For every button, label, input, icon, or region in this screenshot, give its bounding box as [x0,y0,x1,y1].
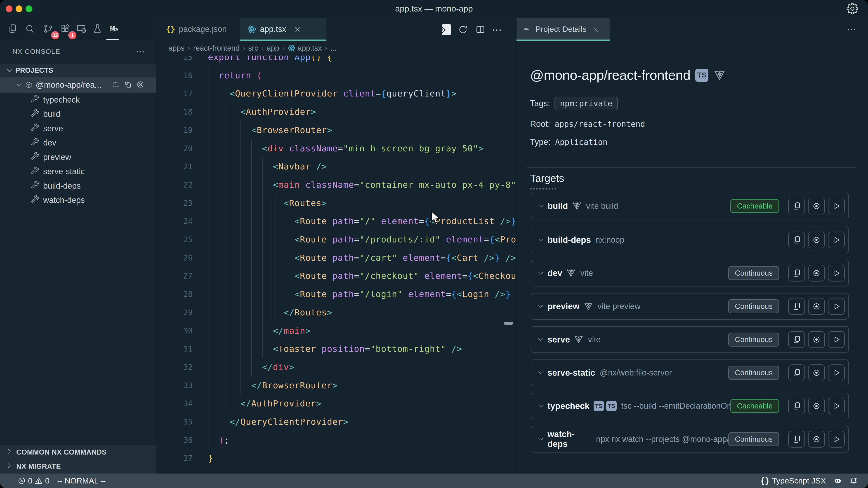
tab-package-json[interactable]: {} package.json [159,18,238,41]
code-line[interactable]: return ( [208,66,516,85]
view-button[interactable] [808,398,825,414]
view-button[interactable] [808,265,825,282]
code-editor[interactable]: 1516171819202122232425262728293031323334… [156,56,516,474]
chevron-down-icon[interactable] [537,336,544,343]
copilot-icon[interactable] [834,477,842,485]
copy-button[interactable] [788,265,805,282]
code-line[interactable]: </div> [208,358,516,377]
sidebar-item-watch-deps[interactable]: watch-deps [0,193,156,207]
copy-button[interactable] [788,331,805,348]
chevron-down-icon[interactable] [537,202,544,210]
run-button[interactable] [828,364,845,381]
code-line[interactable]: <BrowserRouter> [208,121,516,139]
code-line[interactable]: ); [208,431,516,449]
open-editors-action-icon[interactable]: ⚙ [440,23,453,36]
activity-item-source-control[interactable]: 32 [41,22,56,37]
language-mode[interactable]: {} TypeScript JSX [760,476,826,485]
chevron-down-icon[interactable] [537,269,544,277]
code-line[interactable]: <Route path="/login" element={<Login />}… [208,285,516,303]
sidebar-item-build[interactable]: build [0,107,156,121]
code-line[interactable]: </AuthProvider> [208,394,516,413]
section-nx-migrate[interactable]: NX MIGRATE [0,459,156,474]
code-line[interactable]: } [208,449,516,467]
notifications-bell-icon[interactable] [849,477,858,485]
activity-item-files[interactable] [5,22,20,37]
chevron-down-icon[interactable] [537,402,544,410]
code-line[interactable]: <Toaster position="bottom-right" /> [208,340,516,358]
chevron-down-icon[interactable] [537,435,544,443]
chevron-down-icon[interactable] [537,236,544,243]
tab-project-details[interactable]: Project Details [517,18,610,41]
chevron-down-icon[interactable] [537,303,544,310]
breadcrumb-segment[interactable]: app.tsx [298,44,322,53]
code-line[interactable]: </BrowserRouter> [208,377,516,395]
more-editor-actions-icon[interactable]: ⋯ [490,23,504,36]
code-line[interactable]: </main> [208,322,516,340]
copy-button[interactable] [788,364,805,381]
activity-item-remote-explorer[interactable] [74,22,89,37]
code-line[interactable]: <Routes> [208,194,516,213]
code-line[interactable]: <Route path="/checkout" element={<Checko… [208,267,516,285]
view-button[interactable] [808,431,825,448]
sidebar-item-typecheck[interactable]: typecheck [0,93,156,107]
run-button[interactable] [828,298,845,315]
panel-more-actions-icon[interactable]: ⋯ [846,24,857,35]
code-line[interactable]: <AuthProvider> [208,103,516,121]
code-line[interactable]: <QueryClientProvider client={queryClient… [208,85,516,103]
chevron-down-icon[interactable] [537,369,544,377]
refresh-icon[interactable] [456,23,470,36]
copy-button[interactable] [788,298,805,315]
sidebar-item-preview[interactable]: preview [0,150,156,164]
sidebar-item-build-deps[interactable]: build-deps [0,179,156,193]
activity-item-search[interactable] [22,22,37,37]
folder-icon[interactable] [112,80,120,90]
view-button[interactable] [808,232,825,248]
sidebar-item-serve[interactable]: serve [0,121,156,135]
activity-item-nx-console[interactable]: N≥ [107,22,122,37]
vim-mode-indicator[interactable]: -- NORMAL -- [57,476,106,485]
copy-button[interactable] [788,198,805,215]
close-tab-icon[interactable] [294,26,301,33]
file-refresh-icon[interactable] [124,80,132,90]
breadcrumb-segment[interactable]: apps [168,44,185,53]
sidebar-item-project[interactable]: @mono-app/rea... [0,77,156,93]
breadcrumb-segment[interactable]: react-frontend [193,44,240,53]
run-button[interactable] [828,265,845,282]
split-editor-icon[interactable] [473,23,487,36]
activity-item-extensions[interactable]: 1 [58,22,73,37]
activity-item-testing[interactable] [90,22,105,37]
code-line[interactable]: <main className="container mx-auto px-4 … [208,176,516,194]
view-button[interactable] [808,298,825,315]
code-line[interactable]: <div className="min-h-screen bg-gray-50"… [208,139,516,158]
copy-button[interactable] [788,431,805,448]
tab-app-tsx[interactable]: app.tsx [240,18,327,41]
breadcrumb-segment[interactable]: app [267,44,279,53]
run-button[interactable] [828,398,845,414]
sidebar-more-actions-icon[interactable]: ⋯ [135,46,145,57]
run-button[interactable] [828,232,845,248]
code-line[interactable]: <Navbar /> [208,158,516,176]
projects-section-header[interactable]: PROJECTS [0,64,156,77]
code-line[interactable]: <Route path="/" element={<ProductList />… [208,212,516,230]
code-line[interactable]: export function App() { [208,56,516,66]
view-button[interactable] [808,364,825,381]
close-panel-icon[interactable] [592,26,599,33]
code-line[interactable]: <Route path="/products/:id" element={<Pr… [208,230,516,249]
code-line[interactable]: </QueryClientProvider> [208,413,516,431]
sidebar-item-serve-static[interactable]: serve-static [0,164,156,179]
breadcrumb-segment[interactable]: src [248,44,258,53]
run-button[interactable] [828,198,845,215]
code-line[interactable]: <Route path="/cart" element={<Cart />} /… [208,249,516,267]
section-common-nx-commands[interactable]: COMMON NX COMMANDS [0,445,156,459]
breadcrumb-segment[interactable]: ... [330,44,337,53]
view-button[interactable] [808,198,825,215]
target-icon[interactable] [136,80,145,90]
copy-button[interactable] [788,232,805,248]
settings-gear-icon[interactable] [846,3,858,14]
code-line[interactable]: </Routes> [208,303,516,322]
problems-status[interactable]: 0 0 [18,476,50,485]
run-button[interactable] [828,331,845,348]
sidebar-item-dev[interactable]: dev [0,136,156,150]
view-button[interactable] [808,331,825,348]
copy-button[interactable] [788,398,805,414]
